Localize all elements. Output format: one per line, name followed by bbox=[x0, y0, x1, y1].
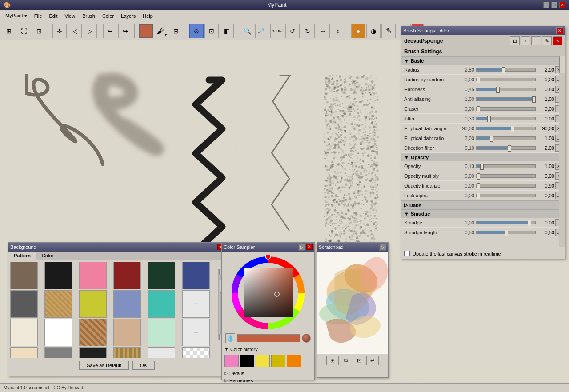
tab-pattern[interactable]: Pattern bbox=[8, 252, 36, 260]
hardness-slider[interactable] bbox=[476, 88, 536, 91]
mirror-btn[interactable]: ⊡ bbox=[204, 24, 219, 38]
lock-alpha-slider[interactable] bbox=[476, 194, 536, 197]
opacity-slider[interactable] bbox=[476, 164, 536, 168]
pattern-cell-add3[interactable]: + bbox=[148, 347, 175, 358]
rotate-cw-btn[interactable]: ↻ bbox=[301, 24, 315, 38]
color-swatch-1[interactable] bbox=[240, 355, 254, 367]
tab-color[interactable]: Color bbox=[36, 252, 59, 260]
brush-close2-btn[interactable]: ✕ bbox=[553, 36, 562, 45]
section-opacity[interactable]: ▼ Opacity bbox=[401, 153, 565, 161]
redo2-btn[interactable]: ↪ bbox=[118, 24, 132, 38]
color-history-header[interactable]: ▼ Color history bbox=[224, 346, 312, 353]
flip-h-btn[interactable]: ↔ bbox=[316, 24, 330, 38]
elliptical-angle-slider[interactable] bbox=[476, 127, 536, 130]
eraser-slider[interactable] bbox=[476, 107, 536, 111]
menu-file[interactable]: File bbox=[31, 12, 46, 20]
smudge-slider[interactable] bbox=[476, 221, 536, 224]
scratchpad-grid-btn[interactable]: ⊞ bbox=[326, 356, 339, 365]
background-panel-titlebar[interactable]: Background ✕ bbox=[8, 243, 225, 252]
opacity-linearize-slider[interactable] bbox=[476, 184, 536, 188]
pattern-cell[interactable] bbox=[10, 290, 38, 318]
foreground-color-btn[interactable] bbox=[139, 24, 153, 38]
color-swatch-3[interactable] bbox=[271, 355, 285, 367]
flip-v-btn[interactable]: ↕ bbox=[331, 24, 345, 38]
new-window-btn[interactable]: ⊞ bbox=[2, 24, 16, 38]
pattern-cell[interactable] bbox=[10, 262, 38, 289]
eyedropper-btn[interactable]: 💧 bbox=[225, 333, 235, 343]
color-wheel-svg[interactable] bbox=[230, 255, 306, 331]
pattern-cell[interactable] bbox=[79, 262, 107, 289]
save-default-btn[interactable]: Save as Default bbox=[79, 361, 129, 370]
harmonies-row[interactable]: ▷ Harmonies bbox=[222, 377, 314, 384]
menu-view[interactable]: View bbox=[61, 12, 79, 20]
pattern-cell-add2[interactable]: + bbox=[182, 319, 210, 346]
minimize-btn[interactable]: — bbox=[543, 2, 549, 8]
undo-btn[interactable]: ◁ bbox=[68, 24, 82, 38]
pattern-cell[interactable] bbox=[113, 347, 141, 358]
btn-extra2[interactable]: ◑ bbox=[366, 24, 381, 38]
color-swatch-2[interactable] bbox=[256, 355, 270, 367]
menu-brush[interactable]: Brush bbox=[79, 12, 99, 20]
radius-random-slider[interactable] bbox=[476, 78, 536, 81]
menu-layers[interactable]: Layers bbox=[117, 12, 139, 20]
pattern-cell[interactable] bbox=[79, 319, 107, 346]
pattern-cell-add[interactable]: + bbox=[182, 290, 210, 318]
btn-extra1[interactable]: ● bbox=[351, 24, 365, 38]
zoom-100-btn[interactable]: 100% bbox=[270, 24, 284, 38]
direction-filter-slider[interactable] bbox=[476, 146, 536, 150]
menu-color[interactable]: Color bbox=[99, 12, 117, 20]
brush-view-btn[interactable]: ⊞ bbox=[510, 36, 520, 45]
pattern-cell[interactable] bbox=[79, 347, 107, 358]
pattern-cell[interactable] bbox=[182, 347, 210, 358]
pattern-cell[interactable] bbox=[10, 347, 38, 358]
brush-scrollbar[interactable] bbox=[559, 56, 565, 247]
menu-mypaint[interactable]: MyPaint ▾ bbox=[2, 11, 31, 20]
zoom-out-btn[interactable]: 🔎− bbox=[255, 24, 269, 38]
radius-slider[interactable] bbox=[476, 68, 536, 72]
pattern-cell[interactable] bbox=[44, 290, 72, 318]
pattern-cell[interactable] bbox=[44, 319, 72, 346]
redo-btn[interactable]: ▷ bbox=[83, 24, 97, 38]
new-doc-btn[interactable]: ✛ bbox=[52, 24, 67, 38]
opacity-multiply-slider[interactable] bbox=[476, 174, 536, 178]
rotate-ccw-btn[interactable]: ↺ bbox=[285, 24, 300, 38]
zoom-in-btn[interactable]: 🔍 bbox=[240, 24, 254, 38]
pattern-cell[interactable] bbox=[79, 290, 107, 318]
jitter-slider[interactable] bbox=[476, 117, 536, 120]
color-wheel-container[interactable] bbox=[222, 252, 314, 332]
pattern-cell[interactable] bbox=[44, 262, 72, 289]
pattern-cell[interactable] bbox=[113, 290, 141, 318]
erase-btn[interactable]: ◧ bbox=[220, 24, 234, 38]
color-panel-close[interactable]: ✕ bbox=[306, 244, 313, 250]
brush-scroll-thumb[interactable] bbox=[559, 56, 565, 73]
antialiasing-slider[interactable] bbox=[476, 97, 536, 101]
toggle-color-btn[interactable]: ⊙ bbox=[189, 24, 204, 38]
details-row[interactable]: ▷ Details bbox=[222, 370, 314, 377]
close-btn[interactable]: ✕ bbox=[559, 2, 565, 8]
color-panel-expand[interactable]: ▷ bbox=[298, 244, 305, 251]
scratchpad-canvas[interactable] bbox=[317, 252, 388, 354]
section-dabs[interactable]: ▷ Dabs bbox=[401, 200, 565, 209]
pattern-cell[interactable] bbox=[10, 319, 38, 346]
color-circle-btn[interactable] bbox=[302, 334, 311, 343]
brush-rename-btn[interactable]: ✎ bbox=[542, 36, 552, 45]
brush-select-btn[interactable]: 🖌 ▾ bbox=[154, 24, 168, 38]
fullscreen-btn[interactable]: ⛶ bbox=[17, 24, 31, 38]
pattern-btn[interactable]: ⊞ bbox=[169, 24, 183, 38]
scratchpad-camera-btn[interactable]: ⊡ bbox=[353, 356, 365, 365]
pattern-cell[interactable] bbox=[44, 347, 72, 358]
brush-close-btn[interactable]: ✕ bbox=[556, 27, 563, 34]
brush-add-btn[interactable]: + bbox=[521, 36, 530, 45]
edit-mode-btn[interactable]: ⊡ bbox=[32, 24, 46, 38]
btn-extra3[interactable]: ✎ bbox=[381, 24, 396, 38]
color-swatch-0[interactable] bbox=[224, 355, 239, 367]
smudge-length-slider[interactable] bbox=[476, 231, 536, 234]
pattern-cell[interactable] bbox=[148, 262, 175, 289]
scratchpad-expand[interactable]: ▷ bbox=[379, 244, 386, 251]
pattern-cell[interactable] bbox=[113, 262, 141, 289]
section-smudge[interactable]: ▼ Smudge bbox=[401, 209, 565, 218]
ok-btn[interactable]: OK bbox=[132, 361, 155, 370]
scratchpad-back-btn[interactable]: ↩ bbox=[366, 356, 379, 365]
elliptical-ratio-slider[interactable] bbox=[476, 136, 536, 140]
pattern-cell[interactable] bbox=[148, 319, 175, 346]
